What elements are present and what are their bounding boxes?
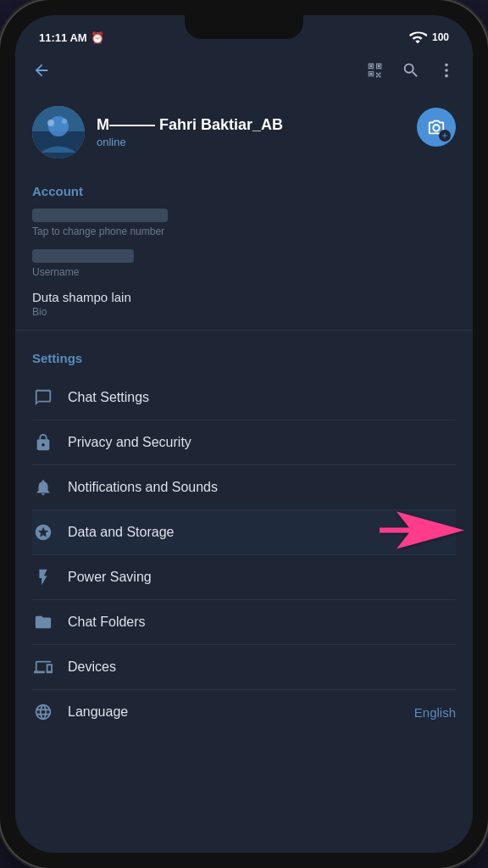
avatar-image xyxy=(32,106,85,159)
devices-label: Devices xyxy=(68,659,456,675)
profile-status: online xyxy=(97,136,456,148)
phone-screen: 11:11 AM ⏰ 100 xyxy=(15,15,473,853)
profile-info: M——— Fahri Baktiar_AB online xyxy=(97,116,456,148)
svg-point-7 xyxy=(62,119,67,124)
power-saving-label: Power Saving xyxy=(68,570,456,585)
back-button[interactable] xyxy=(32,61,51,84)
power-icon xyxy=(32,566,54,588)
search-button[interactable] xyxy=(402,61,420,84)
language-item[interactable]: Language English xyxy=(32,690,456,734)
chat-settings-item[interactable]: Chat Settings xyxy=(32,376,456,420)
notch xyxy=(185,15,303,39)
wifi-icon xyxy=(408,28,427,47)
chat-icon xyxy=(32,387,54,409)
phone-value-bar xyxy=(32,209,168,222)
top-bar-icons xyxy=(366,61,456,84)
svg-point-1 xyxy=(445,69,448,72)
data-storage-label: Data and Storage xyxy=(68,525,456,540)
language-icon xyxy=(32,701,54,723)
power-saving-item[interactable]: Power Saving xyxy=(32,555,456,600)
top-nav-bar xyxy=(15,53,473,92)
qr-code-button[interactable] xyxy=(366,61,385,84)
time-display: 11:11 AM xyxy=(39,31,87,44)
status-right: 100 xyxy=(408,28,449,47)
username-value-bar xyxy=(32,249,134,263)
profile-section: M——— Fahri Baktiar_AB online xyxy=(15,92,473,172)
settings-section: Settings Chat Settings xyxy=(15,339,473,734)
privacy-security-item[interactable]: Privacy and Security xyxy=(32,420,456,465)
username-field[interactable]: Username xyxy=(32,249,456,278)
settings-section-label: Settings xyxy=(32,351,456,365)
devices-item[interactable]: Devices xyxy=(32,645,456,690)
battery-display: 100 xyxy=(432,31,449,43)
section-divider xyxy=(15,330,473,331)
chat-folders-item[interactable]: Chat Folders xyxy=(32,600,456,645)
phone-frame: 11:11 AM ⏰ 100 xyxy=(0,0,488,868)
svg-point-6 xyxy=(47,120,54,126)
bio-label: Bio xyxy=(32,306,456,318)
phone-field[interactable]: Tap to change phone number xyxy=(32,209,456,237)
bio-text: Duta shampo lain xyxy=(32,290,456,304)
status-left: 11:11 AM ⏰ xyxy=(39,31,104,44)
avatar[interactable] xyxy=(32,106,85,159)
alarm-icon: ⏰ xyxy=(91,31,104,44)
bio-field[interactable]: Duta shampo lain Bio xyxy=(32,290,456,318)
screen-content: M——— Fahri Baktiar_AB online Account xyxy=(15,53,473,853)
data-storage-item[interactable]: Data and Storage xyxy=(32,510,456,555)
notifications-item[interactable]: Notifications and Sounds xyxy=(32,465,456,510)
privacy-security-label: Privacy and Security xyxy=(68,435,456,450)
language-label: Language xyxy=(68,704,401,720)
devices-icon xyxy=(32,656,54,678)
language-value: English xyxy=(414,705,456,720)
bell-icon xyxy=(32,476,54,498)
svg-point-0 xyxy=(445,64,448,67)
account-section-label: Account xyxy=(32,184,456,198)
lock-icon xyxy=(32,431,54,453)
chat-settings-label: Chat Settings xyxy=(68,390,456,405)
username-label: Username xyxy=(32,266,456,278)
account-section: Account Tap to change phone number Usern… xyxy=(15,172,473,318)
data-icon xyxy=(32,521,54,543)
notifications-label: Notifications and Sounds xyxy=(68,480,456,495)
camera-button[interactable] xyxy=(417,108,456,147)
phone-label: Tap to change phone number xyxy=(32,225,456,237)
more-button[interactable] xyxy=(437,61,456,84)
folder-icon xyxy=(32,611,54,633)
profile-name: M——— Fahri Baktiar_AB xyxy=(97,116,456,134)
chat-folders-label: Chat Folders xyxy=(68,615,456,630)
svg-point-2 xyxy=(445,75,448,78)
